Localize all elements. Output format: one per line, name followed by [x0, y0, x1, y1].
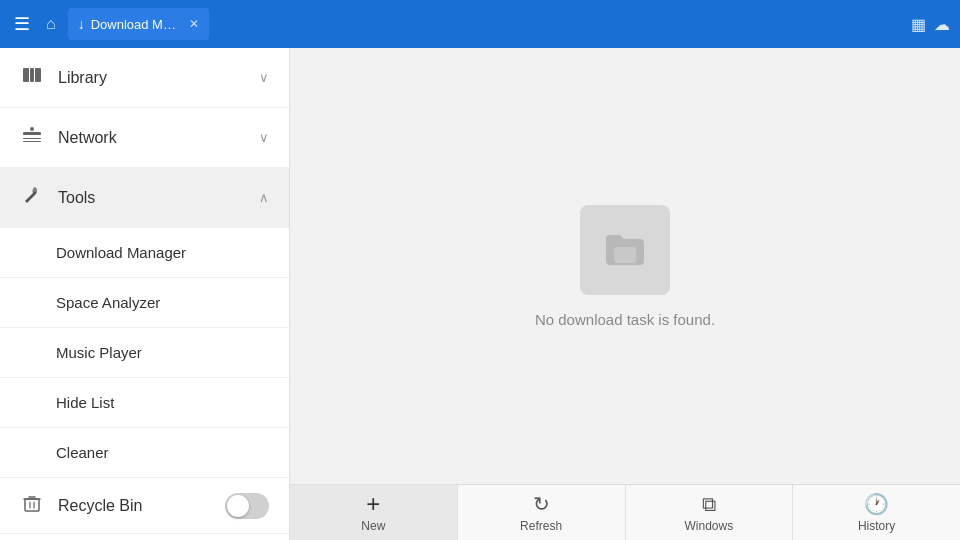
content-area: No download task is found. + New ↻ Refre… [290, 48, 960, 540]
refresh-button[interactable]: ↻ Refresh [458, 485, 626, 540]
sidebar-subitem-space-analyzer[interactable]: Space Analyzer [0, 278, 289, 328]
cleaner-label: Cleaner [56, 444, 269, 461]
windows-label: Windows [685, 519, 734, 533]
plus-icon: + [366, 492, 380, 516]
sidebar-item-library[interactable]: Library ∨ [0, 48, 289, 108]
home-icon[interactable]: ⌂ [42, 11, 60, 37]
svg-rect-5 [23, 141, 41, 142]
windows-icon: ⧉ [702, 493, 716, 516]
space-analyzer-label: Space Analyzer [56, 294, 269, 311]
music-player-label: Music Player [56, 344, 269, 361]
cloud-icon[interactable]: ☁ [934, 15, 950, 34]
network-chevron: ∨ [259, 130, 269, 145]
grid-icon[interactable]: ▦ [911, 15, 926, 34]
svg-rect-4 [23, 138, 41, 139]
svg-rect-3 [23, 132, 41, 135]
new-label: New [361, 519, 385, 533]
history-label: History [858, 519, 895, 533]
sidebar-item-network[interactable]: Network ∨ [0, 108, 289, 168]
empty-state: No download task is found. [290, 48, 960, 484]
empty-folder-icon [580, 205, 670, 295]
hide-list-label: Hide List [56, 394, 269, 411]
svg-rect-1 [30, 68, 34, 82]
toolbar: + New ↻ Refresh ⧉ Windows 🕐 History [290, 484, 960, 540]
svg-rect-0 [23, 68, 29, 82]
tools-label: Tools [58, 189, 245, 207]
history-button[interactable]: 🕐 History [793, 485, 960, 540]
sidebar-subitem-hide-list[interactable]: Hide List [0, 378, 289, 428]
tools-chevron: ∧ [259, 190, 269, 205]
header: ☰ ⌂ ↓ Download Ma... ✕ ▦ ☁ [0, 0, 960, 48]
network-label: Network [58, 129, 245, 147]
svg-point-6 [30, 127, 34, 131]
close-tab-button[interactable]: ✕ [189, 17, 199, 31]
svg-rect-9 [614, 247, 636, 263]
menu-icon[interactable]: ☰ [10, 9, 34, 39]
sidebar-subitem-download-manager[interactable]: Download Manager [0, 228, 289, 278]
refresh-icon: ↻ [533, 492, 550, 516]
library-icon [20, 64, 44, 91]
recycle-bin-toggle[interactable] [225, 493, 269, 519]
recycle-bin-toggle-knob [227, 495, 249, 517]
svg-point-7 [33, 188, 37, 192]
main-container: Library ∨ Network ∨ [0, 48, 960, 540]
svg-rect-8 [25, 499, 39, 511]
empty-message: No download task is found. [535, 311, 715, 328]
sidebar-subitem-cleaner[interactable]: Cleaner [0, 428, 289, 478]
library-chevron: ∨ [259, 70, 269, 85]
tab-label: Download Ma... [91, 17, 181, 32]
history-icon: 🕐 [864, 492, 889, 516]
download-icon: ↓ [78, 16, 85, 32]
refresh-label: Refresh [520, 519, 562, 533]
recycle-bin-icon [20, 492, 44, 519]
show-icon-toggle-row[interactable]: Show icon on folder [0, 534, 289, 540]
download-manager-label: Download Manager [56, 244, 269, 261]
library-label: Library [58, 69, 245, 87]
recycle-bin-toggle-row[interactable]: Recycle Bin [0, 478, 289, 534]
new-button[interactable]: + New [290, 485, 458, 540]
active-tab[interactable]: ↓ Download Ma... ✕ [68, 8, 209, 40]
sidebar: Library ∨ Network ∨ [0, 48, 290, 540]
windows-button[interactable]: ⧉ Windows [626, 485, 794, 540]
svg-rect-2 [35, 68, 41, 82]
sidebar-item-tools[interactable]: Tools ∧ [0, 168, 289, 228]
tools-icon [20, 184, 44, 211]
recycle-bin-label: Recycle Bin [58, 497, 211, 515]
sidebar-subitem-music-player[interactable]: Music Player [0, 328, 289, 378]
network-icon [20, 124, 44, 151]
